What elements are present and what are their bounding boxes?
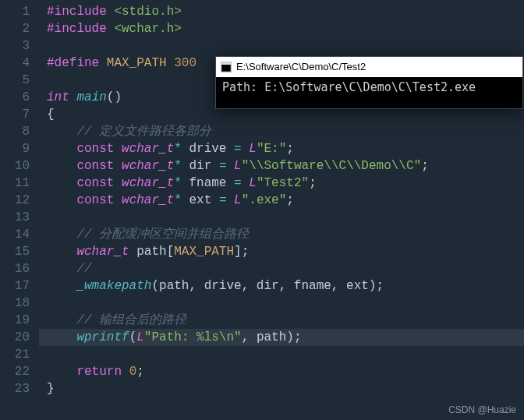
code-line: wchar_t path[MAX_PATH]; [39,243,524,260]
line-number: 22 [6,363,30,380]
line-number: 6 [6,89,30,106]
line-number: 19 [6,312,30,329]
line-number: 21 [6,346,30,363]
line-number: 23 [6,380,30,397]
console-window[interactable]: E:\Software\C\Demo\C/Test2 Path: E:\Soft… [215,56,523,109]
code-line: #include <stdio.h> [39,3,524,20]
line-number: 1 [6,3,30,20]
console-titlebar[interactable]: E:\Software\C\Demo\C/Test2 [216,57,522,77]
code-line: } [39,380,524,397]
code-line: const wchar_t* dir = L"\\Software\\C\\De… [39,157,524,175]
svg-rect-1 [221,62,231,65]
code-line: const wchar_t* fname = L"Test2"; [39,175,524,192]
code-line [39,37,524,55]
line-number: 8 [6,123,30,140]
line-gutter: 1 2 3 4 5 6 7 8 9 10 11 12 13 14 15 16 1… [0,0,39,420]
watermark: CSDN @Huazie [448,404,516,415]
line-number: 9 [6,140,30,157]
code-line: // 输组合后的路径 [39,312,524,329]
line-number: 7 [6,106,30,123]
line-number: 20 [6,329,30,346]
line-number: 14 [6,226,30,243]
line-number: 4 [6,55,30,72]
code-line [39,346,524,363]
line-number: 18 [6,295,30,312]
console-title-text: E:\Software\C\Demo\C/Test2 [236,57,366,77]
line-number: 17 [6,277,30,295]
code-line: _wmakepath(path, drive, dir, fname, ext)… [39,277,524,295]
code-line-active: wprintf(L"Path: %ls\n", path); [39,329,524,346]
code-line [39,295,524,312]
code-line: // [39,260,524,277]
line-number: 11 [6,175,30,192]
line-number: 15 [6,243,30,260]
line-number: 16 [6,260,30,277]
line-number: 5 [6,72,30,89]
code-line: const wchar_t* drive = L"E:"; [39,140,524,157]
code-line: return 0; [39,363,524,380]
code-line: #include <wchar.h> [39,20,524,37]
line-number: 10 [6,157,30,175]
line-number: 3 [6,37,30,55]
line-number: 12 [6,192,30,209]
code-line [39,209,524,226]
code-line: // 定义文件路径各部分 [39,123,524,140]
line-number: 2 [6,20,30,37]
console-icon [221,62,232,72]
code-line: const wchar_t* ext = L".exe"; [39,192,524,209]
console-output: Path: E:\Software\C\Demo\C\Test2.exe [216,77,522,108]
code-line: // 分配缓冲区空间并组合路径 [39,226,524,243]
line-number: 13 [6,209,30,226]
